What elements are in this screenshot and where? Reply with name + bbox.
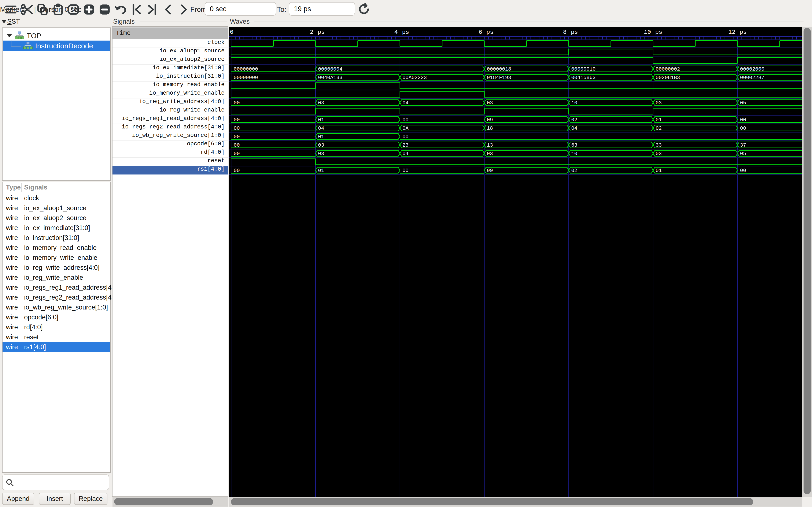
waves-panel-title: Waves	[230, 18, 251, 25]
svg-text:63: 63	[571, 143, 577, 148]
svg-text:ps: ps	[318, 29, 325, 36]
signals-hscrollbar-thumb[interactable]	[114, 498, 213, 505]
svg-text:01: 01	[656, 168, 662, 173]
signal-row[interactable]: opcode[6:0]	[112, 141, 228, 149]
table-row[interactable]: wirerd[4:0]	[3, 322, 110, 332]
svg-text:6: 6	[478, 29, 482, 36]
svg-text:03: 03	[487, 151, 493, 157]
signal-row[interactable]: rd[4:0]	[112, 149, 228, 158]
signal-name: io_ex_aluop2_source	[21, 214, 87, 222]
tree-node-label: TOP	[27, 32, 41, 40]
table-row[interactable]: wireio_wb_reg_write_source[1:0]	[3, 302, 110, 312]
signal-name: io_wb_reg_write_source[1:0]	[21, 303, 108, 311]
column-type: Type	[3, 183, 21, 191]
svg-text:00000000: 00000000	[234, 75, 258, 80]
svg-text:00000010: 00000010	[571, 66, 596, 72]
table-header: Type Signals	[3, 182, 110, 193]
signal-row[interactable]: io_ex_aluop1_source	[112, 48, 228, 56]
table-row[interactable]: wireio_reg_write_address[4:0]	[3, 263, 110, 273]
replace-button[interactable]: Replace	[74, 493, 107, 505]
table-row[interactable]: wireio_regs_reg2_read_address[4:0]	[3, 292, 110, 302]
signals-frame-line	[140, 21, 227, 22]
svg-text:ps: ps	[486, 29, 494, 36]
svg-text:03: 03	[487, 100, 493, 106]
undo-icon[interactable]	[115, 3, 127, 16]
svg-text:37: 37	[740, 143, 746, 148]
tree-node-label: InstructionDecode	[35, 42, 93, 50]
tree-node-top[interactable]: TOP	[3, 31, 110, 41]
table-row[interactable]: wireio_instruction[31:0]	[3, 233, 110, 243]
search-input[interactable]	[16, 476, 107, 489]
zoom-out-icon[interactable]	[99, 3, 111, 16]
svg-text:00002000: 00002000	[740, 66, 764, 72]
signal-type: wire	[3, 224, 21, 232]
signal-row[interactable]: io_reg_write_address[4:0]	[112, 99, 228, 107]
signal-row[interactable]: clock	[112, 39, 228, 48]
svg-text:00000000: 00000000	[234, 66, 258, 72]
signal-row[interactable]: io_wb_reg_write_source[1:0]	[112, 132, 228, 141]
signal-row[interactable]: io_regs_reg1_read_address[4:0]	[112, 115, 228, 124]
svg-text:01: 01	[318, 168, 324, 173]
step-back-icon[interactable]	[162, 3, 174, 16]
svg-text:2: 2	[310, 29, 313, 36]
svg-text:00: 00	[234, 117, 240, 123]
svg-text:000022B7: 000022B7	[740, 75, 764, 80]
signal-name: io_regs_reg2_read_address[4:0]	[21, 294, 119, 301]
reload-icon[interactable]	[358, 3, 370, 16]
signal-name: io_reg_write_enable	[21, 274, 83, 281]
table-row[interactable]: wireclock	[3, 193, 110, 203]
table-row[interactable]: wireio_ex_aluop2_source	[3, 213, 110, 223]
from-input[interactable]	[205, 2, 276, 16]
signal-name: io_ex_immediate[31:0]	[21, 224, 90, 232]
svg-text:04: 04	[402, 100, 409, 106]
waves-hscrollbar-thumb[interactable]	[231, 498, 753, 505]
signal-row[interactable]: io_ex_aluop2_source	[112, 56, 228, 65]
time-header-row[interactable]: Time	[112, 27, 228, 39]
signal-name: io_regs_reg1_read_address[4:0]	[21, 284, 119, 291]
signal-row[interactable]: rs1[4:0]	[112, 166, 228, 174]
signal-type: wire	[3, 214, 21, 222]
svg-text:03: 03	[318, 151, 324, 157]
zoom-in-icon[interactable]	[83, 3, 95, 16]
step-forward-icon[interactable]	[177, 3, 190, 16]
table-row[interactable]: wireio_memory_write_enable	[3, 252, 110, 263]
svg-text:04: 04	[318, 125, 324, 131]
insert-button[interactable]: Insert	[39, 493, 70, 505]
waveform-canvas[interactable]: 02ps4ps6ps8ps10ps12ps0000000000000004000…	[229, 26, 802, 497]
table-row[interactable]: wirereset	[3, 332, 110, 342]
signals-panel: Time clockio_ex_aluop1_sourceio_ex_aluop…	[112, 26, 229, 497]
signal-row[interactable]: io_memory_write_enable	[112, 90, 228, 99]
go-last-icon[interactable]	[146, 3, 158, 16]
table-row[interactable]: wireio_reg_write_enable	[3, 273, 110, 282]
svg-text:01: 01	[656, 117, 662, 123]
table-row[interactable]: wireio_regs_reg1_read_address[4:0]	[3, 282, 110, 292]
signal-name: io_memory_read_enable	[21, 244, 97, 251]
svg-text:00: 00	[402, 134, 409, 139]
signal-row[interactable]: reset	[112, 158, 228, 166]
signal-row[interactable]: io_regs_reg2_read_address[4:0]	[112, 124, 228, 132]
svg-text:0040A183: 0040A183	[318, 75, 342, 80]
table-row[interactable]: wireio_ex_aluop1_source	[3, 203, 110, 213]
sst-tree: TOP InstructionDecode	[2, 27, 111, 181]
table-row[interactable]: wireio_ex_immediate[31:0]	[3, 223, 110, 233]
signal-type: wire	[3, 294, 21, 301]
signal-row[interactable]: io_memory_read_enable	[112, 81, 228, 90]
table-row[interactable]: wireio_memory_read_enable	[3, 243, 110, 252]
signal-row[interactable]: io_reg_write_enable	[112, 107, 228, 115]
table-row[interactable]: wireopcode[6:0]	[3, 312, 110, 322]
svg-text:04: 04	[571, 125, 577, 131]
signal-row[interactable]: io_ex_immediate[31:0]	[112, 65, 228, 73]
waves-vscrollbar-thumb[interactable]	[804, 28, 811, 494]
svg-text:00: 00	[234, 151, 240, 157]
go-first-icon[interactable]	[131, 3, 143, 16]
svg-text:12: 12	[728, 29, 735, 36]
table-row[interactable]: wirers1[4:0]	[3, 342, 110, 352]
svg-text:00: 00	[234, 125, 240, 131]
signal-row[interactable]: io_instruction[31:0]	[112, 73, 228, 81]
append-button[interactable]: Append	[2, 493, 34, 505]
expander-icon[interactable]	[7, 34, 12, 38]
sst-expander-icon[interactable]	[2, 20, 6, 23]
svg-text:05: 05	[740, 100, 746, 106]
to-input[interactable]	[289, 2, 355, 16]
signal-type: wire	[3, 343, 21, 351]
